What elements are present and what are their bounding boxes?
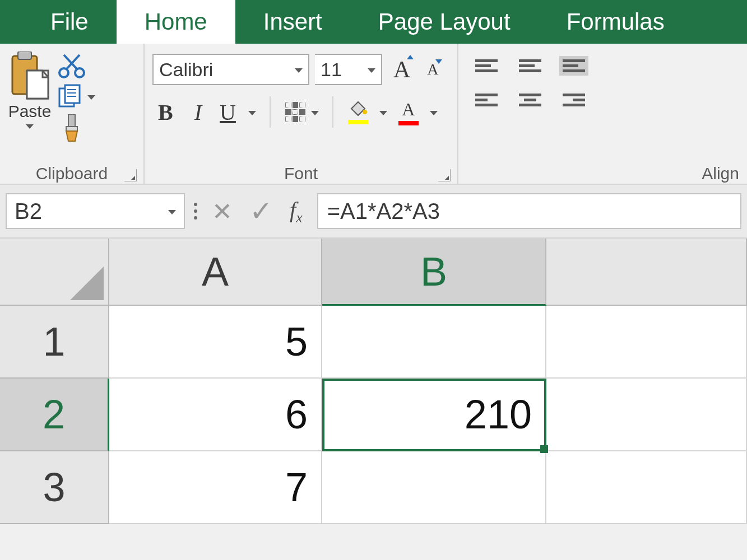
increase-font-button[interactable]: A (388, 53, 416, 86)
paste-dropdown-icon[interactable] (26, 124, 34, 129)
svg-line-5 (66, 55, 80, 69)
column-header-b[interactable]: B (322, 239, 546, 306)
tab-formulas[interactable]: Formulas (539, 0, 693, 44)
name-box-dropdown-icon[interactable] (168, 210, 176, 214)
group-label-clipboard: Clipboard (4, 164, 139, 184)
row-header-1[interactable]: 1 (0, 306, 109, 379)
svg-point-14 (363, 110, 367, 114)
column-header-c[interactable] (546, 239, 747, 306)
svg-line-6 (64, 55, 77, 69)
separator (332, 96, 333, 128)
group-label-alignment: Align (463, 164, 743, 184)
increase-font-icon: A (393, 57, 410, 82)
group-alignment: Align (458, 44, 747, 184)
paste-label: Paste (8, 102, 52, 121)
svg-rect-13 (66, 127, 77, 131)
name-box-value: B2 (15, 199, 42, 224)
align-bottom-button[interactable] (559, 56, 588, 76)
formula-bar-splitter[interactable] (194, 203, 197, 220)
align-right-button[interactable] (559, 90, 588, 110)
paste-button[interactable]: Paste (4, 52, 55, 129)
select-all-corner[interactable] (0, 239, 109, 306)
ribbon-tab-strip: File Home Insert Page Layout Formulas (0, 0, 747, 44)
align-left-button[interactable] (472, 90, 501, 110)
borders-icon (284, 101, 307, 123)
insert-function-button[interactable]: fx (290, 197, 303, 226)
group-label-font: Font (149, 164, 453, 184)
copy-dropdown-icon[interactable] (87, 95, 95, 100)
fill-color-button[interactable] (347, 99, 369, 125)
font-color-button[interactable]: A (397, 98, 420, 127)
cut-button[interactable] (58, 54, 95, 78)
font-size-dropdown-icon[interactable] (368, 68, 375, 73)
enter-formula-button[interactable]: ✓ (249, 195, 273, 227)
tab-file[interactable]: File (22, 0, 117, 44)
copy-icon (58, 84, 83, 109)
paintbrush-icon (58, 114, 85, 142)
underline-button[interactable]: U (217, 97, 238, 128)
font-size-value: 11 (321, 59, 342, 81)
borders-button[interactable] (284, 101, 319, 123)
column-header-a[interactable]: A (109, 239, 322, 306)
cell-c2[interactable] (546, 379, 747, 451)
borders-dropdown-icon[interactable] (311, 111, 319, 115)
svg-rect-12 (68, 114, 75, 127)
copy-button[interactable] (58, 84, 95, 109)
formula-value: =A1*A2*A3 (327, 199, 440, 224)
font-launcher-icon[interactable] (438, 169, 451, 181)
group-font: Calibri 11 A A B I U (145, 44, 458, 184)
formula-bar: B2 ✕ ✓ fx =A1*A2*A3 (0, 185, 747, 239)
font-name-value: Calibri (159, 59, 213, 81)
underline-dropdown-icon[interactable] (248, 111, 256, 115)
cell-a1[interactable]: 5 (109, 306, 322, 379)
cancel-formula-button[interactable]: ✕ (212, 197, 233, 226)
clipboard-launcher-icon[interactable] (124, 169, 137, 181)
ribbon-body: Paste (0, 44, 747, 185)
font-color-icon: A (398, 99, 419, 120)
align-middle-button[interactable] (516, 56, 545, 76)
row-header-3[interactable]: 3 (0, 451, 109, 524)
cell-b1[interactable] (322, 306, 546, 379)
separator (270, 96, 271, 128)
bucket-icon (348, 100, 368, 116)
cell-a2[interactable]: 6 (109, 379, 322, 451)
bold-button[interactable]: B (152, 97, 179, 128)
tab-insert[interactable]: Insert (235, 0, 350, 44)
formula-input[interactable]: =A1*A2*A3 (317, 193, 741, 229)
font-color-dropdown-icon[interactable] (430, 111, 438, 115)
format-painter-button[interactable] (58, 114, 95, 142)
cell-a3[interactable]: 7 (109, 451, 322, 524)
fill-dropdown-icon[interactable] (379, 111, 387, 115)
name-box[interactable]: B2 (6, 193, 185, 229)
font-name-dropdown-icon[interactable] (295, 68, 303, 73)
font-name-select[interactable]: Calibri (152, 54, 309, 85)
spreadsheet-grid: A B 1 5 2 6 210 3 7 (0, 239, 747, 524)
decrease-font-button[interactable]: A (421, 57, 444, 82)
tab-page-layout[interactable]: Page Layout (350, 0, 539, 44)
align-center-button[interactable] (516, 90, 545, 110)
svg-rect-8 (65, 85, 80, 103)
group-clipboard: Paste (0, 44, 145, 184)
row-header-2[interactable]: 2 (0, 379, 109, 451)
scissors-icon (58, 54, 85, 78)
cell-b2[interactable]: 210 (322, 379, 546, 451)
cell-b3[interactable] (322, 451, 546, 524)
clipboard-paste-icon (8, 52, 52, 101)
italic-button[interactable]: I (189, 97, 207, 128)
align-top-button[interactable] (472, 56, 501, 76)
cell-c1[interactable] (546, 306, 747, 379)
tab-home[interactable]: Home (117, 0, 235, 44)
font-size-select[interactable]: 11 (315, 54, 382, 85)
cell-c3[interactable] (546, 451, 747, 524)
svg-rect-1 (18, 52, 31, 59)
